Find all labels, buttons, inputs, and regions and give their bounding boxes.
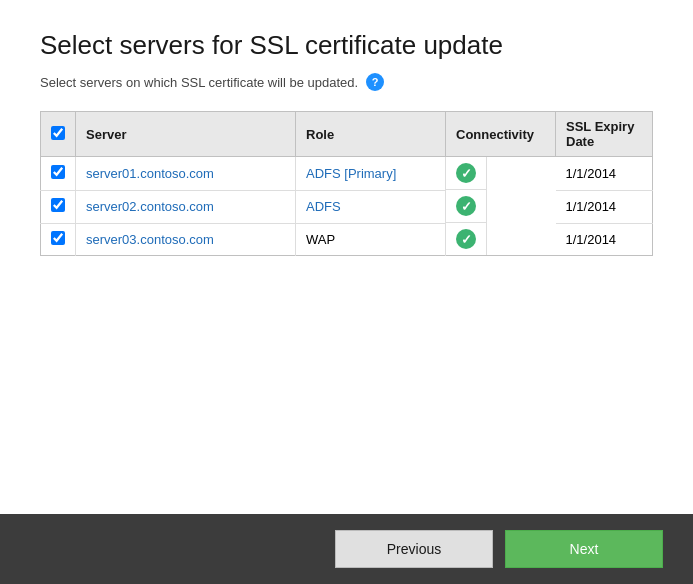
subtitle-text: Select servers on which SSL certificate … [40,75,358,90]
header-expiry: SSL Expiry Date [556,112,653,157]
row-1-checkbox-cell [41,190,76,223]
table-header-row: Server Role Connectivity SSL Expiry Date [41,112,653,157]
table-row: server01.contoso.comADFS [Primary]✓1/1/2… [41,157,653,191]
row-0-checkbox-cell [41,157,76,191]
next-button[interactable]: Next [505,530,663,568]
row-1-connectivity: ✓ [446,190,487,223]
row-1-connectivity-icon: ✓ [456,196,476,216]
main-content: Select servers for SSL certificate updat… [0,0,693,514]
header-connectivity: Connectivity [446,112,556,157]
header-server: Server [76,112,296,157]
server-table: Server Role Connectivity SSL Expiry Date… [40,111,653,256]
row-0-server: server01.contoso.com [76,157,296,191]
row-0-expiry: 1/1/2014 [556,157,653,191]
previous-button[interactable]: Previous [335,530,493,568]
row-2-expiry: 1/1/2014 [556,223,653,256]
row-2-role: WAP [296,223,446,256]
select-all-checkbox[interactable] [51,126,65,140]
row-2-connectivity: ✓ [446,223,487,255]
row-0-connectivity-icon: ✓ [456,163,476,183]
row-1-server: server02.contoso.com [76,190,296,223]
row-1-role: ADFS [296,190,446,223]
header-checkbox-cell [41,112,76,157]
row-2-connectivity-icon: ✓ [456,229,476,249]
subtitle-row: Select servers on which SSL certificate … [40,73,653,91]
row-0-connectivity: ✓ [446,157,487,190]
header-role: Role [296,112,446,157]
row-2-server: server03.contoso.com [76,223,296,256]
row-1-expiry: 1/1/2014 [556,190,653,223]
row-2-checkbox-cell [41,223,76,256]
table-row: server02.contoso.comADFS✓1/1/2014 [41,190,653,223]
footer: Previous Next [0,514,693,584]
row-0-server-link[interactable]: server01.contoso.com [86,166,214,181]
row-1-checkbox[interactable] [51,198,65,212]
table-row: server03.contoso.comWAP✓1/1/2014 [41,223,653,256]
page-title: Select servers for SSL certificate updat… [40,30,653,61]
help-icon[interactable]: ? [366,73,384,91]
row-0-checkbox[interactable] [51,165,65,179]
row-2-server-link[interactable]: server03.contoso.com [86,232,214,247]
row-2-checkbox[interactable] [51,231,65,245]
row-0-role: ADFS [Primary] [296,157,446,191]
row-1-server-link[interactable]: server02.contoso.com [86,199,214,214]
